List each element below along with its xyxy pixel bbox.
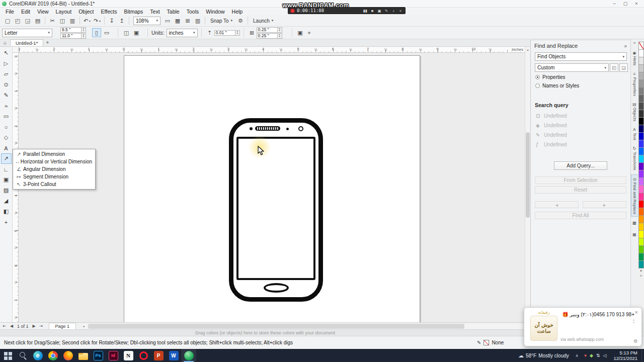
- snap-to-button[interactable]: Snap To: [207, 16, 235, 26]
- mute-icon[interactable]: ♪: [391, 9, 395, 13]
- save-query-button[interactable]: ◲: [619, 63, 628, 72]
- color-swatch[interactable]: [638, 230, 644, 238]
- ruler-origin-button[interactable]: [13, 47, 19, 53]
- previous-page-button[interactable]: ◀: [8, 324, 15, 328]
- menu-bitmaps[interactable]: Bitmaps: [120, 8, 146, 15]
- color-swatch[interactable]: [638, 208, 644, 216]
- taskbar-powerpoint-button[interactable]: P: [151, 349, 166, 362]
- duplicate-y-spinner[interactable]: [278, 33, 282, 39]
- parallel-dimension-tool[interactable]: ↗Parallel Dimension: [13, 150, 95, 158]
- color-swatch[interactable]: [638, 140, 644, 148]
- tab-hints[interactable]: ◉Hints: [631, 49, 638, 68]
- drop-shadow-tool[interactable]: ▣: [1, 174, 12, 185]
- color-swatch[interactable]: [638, 110, 644, 118]
- color-swatch[interactable]: [638, 57, 644, 65]
- taskbar-weather[interactable]: ☁ 58°F Mostly cloudy: [514, 352, 573, 359]
- tray-bandicam-icon[interactable]: ●: [584, 353, 587, 358]
- last-page-button[interactable]: ⇥: [38, 324, 45, 328]
- add-property-button[interactable]: +: [305, 28, 314, 37]
- horizontal-scrollbar[interactable]: ◂ ▸: [81, 323, 529, 329]
- polygon-tool[interactable]: ◇: [1, 132, 12, 143]
- menu-text[interactable]: Text: [146, 8, 163, 15]
- vertical-scrollbar[interactable]: ▴ ▾: [525, 47, 530, 322]
- shape-tool[interactable]: ▷: [1, 58, 12, 69]
- menu-table[interactable]: Table: [164, 8, 183, 15]
- page-height-input[interactable]: 11.0 ": [60, 33, 82, 39]
- duplicate-x-input[interactable]: 0.25 ": [257, 27, 278, 33]
- angular-dimension-tool[interactable]: ∠Angular Dimension: [13, 165, 95, 173]
- docker-collapse-icon[interactable]: »: [624, 43, 627, 49]
- color-swatch[interactable]: [638, 102, 644, 110]
- nudge-spinner[interactable]: [235, 30, 240, 36]
- color-swatch[interactable]: [638, 79, 644, 87]
- tray-expand-icon[interactable]: ∧: [573, 353, 581, 358]
- taskbar-search-button[interactable]: [15, 349, 30, 362]
- tray-network-icon[interactable]: ⇅: [596, 353, 600, 358]
- interactive-fill-tool[interactable]: ◧: [1, 206, 12, 217]
- tray-volume-icon[interactable]: ◁: [603, 353, 607, 358]
- menu-file[interactable]: File: [2, 8, 18, 15]
- export-icon[interactable]: ↥: [117, 16, 127, 26]
- duplicate-x-spinner[interactable]: [278, 27, 282, 33]
- taskbar-indesign-button[interactable]: Id: [106, 349, 121, 362]
- zoom-tool[interactable]: ⊙: [1, 79, 12, 90]
- taskbar-coreldraw-button[interactable]: [181, 349, 196, 362]
- redo-icon[interactable]: ↷▾: [92, 16, 102, 26]
- taskbar-photoshop-button[interactable]: Ps: [91, 349, 106, 362]
- menu-effects[interactable]: Effects: [97, 8, 120, 15]
- cut-icon[interactable]: ✂: [47, 16, 57, 26]
- document-palette-strip[interactable]: Drag colors (or objects) here to store t…: [0, 329, 530, 336]
- color-swatch[interactable]: [638, 64, 644, 72]
- tab-find-replace[interactable]: ◎Find and Replace: [631, 174, 638, 217]
- color-swatch[interactable]: [638, 117, 644, 125]
- color-swatch[interactable]: [638, 238, 644, 246]
- phone-drawing-camera-ring[interactable]: [298, 126, 303, 131]
- vertical-scroll-thumb[interactable]: [526, 132, 530, 218]
- no-color-swatch[interactable]: [638, 42, 644, 50]
- artistic-media-tool[interactable]: ≈: [1, 101, 12, 111]
- tab-text[interactable]: AText: [631, 125, 638, 142]
- scroll-left-icon[interactable]: ◂: [81, 324, 86, 329]
- menu-window[interactable]: Window: [202, 8, 228, 15]
- show-guidelines-icon[interactable]: ▥: [193, 16, 203, 26]
- undo-icon[interactable]: ↶▾: [82, 16, 92, 26]
- open-icon[interactable]: ◰: [13, 16, 23, 26]
- color-swatch[interactable]: [638, 170, 644, 178]
- nudge-distance-input[interactable]: 0.01 ": [214, 30, 235, 36]
- color-swatch[interactable]: [638, 260, 644, 268]
- landscape-icon[interactable]: ▭: [102, 28, 111, 37]
- tab-transform[interactable]: ↻Transform: [631, 144, 638, 172]
- page-width-input[interactable]: 8.5 ": [60, 27, 82, 33]
- show-desktop-button[interactable]: [641, 349, 644, 362]
- pause-icon[interactable]: ▮▮: [363, 9, 367, 13]
- color-swatch[interactable]: [638, 87, 644, 95]
- taskbar-file-explorer-button[interactable]: [75, 349, 91, 362]
- save-icon[interactable]: ◲: [23, 16, 33, 26]
- phone-drawing-sensor-dot[interactable]: [250, 127, 253, 130]
- taskbar-firefox-button[interactable]: [60, 349, 75, 362]
- radio-names-or-styles[interactable]: Names or Styles: [531, 82, 630, 89]
- color-swatch[interactable]: [638, 155, 644, 163]
- treat-as-filled-button[interactable]: ▣: [296, 28, 305, 37]
- segment-dimension-tool[interactable]: ↦Segment Dimension: [13, 173, 95, 180]
- color-swatch[interactable]: [638, 245, 644, 253]
- color-swatch[interactable]: [638, 49, 644, 57]
- tab-objects[interactable]: ▤Objects: [631, 100, 638, 124]
- launch-button[interactable]: Launch: [250, 16, 276, 26]
- duplicate-y-input[interactable]: 0.25 ": [257, 33, 278, 39]
- tab-color[interactable]: ▩: [631, 219, 638, 228]
- show-rulers-icon[interactable]: ▦: [173, 16, 183, 26]
- phone-drawing-speaker[interactable]: [255, 126, 280, 131]
- dimension-tool[interactable]: ↗: [1, 153, 12, 164]
- menu-tools[interactable]: Tools: [183, 8, 203, 15]
- horizontal-scroll-thumb[interactable]: [88, 324, 464, 329]
- menu-object[interactable]: Object: [75, 8, 97, 15]
- camera-icon[interactable]: ▣: [377, 9, 381, 13]
- next-page-button[interactable]: ▶: [31, 324, 38, 328]
- crop-tool[interactable]: ▱: [1, 69, 12, 79]
- open-query-button[interactable]: ◰: [610, 63, 618, 72]
- minimize-button[interactable]: –: [609, 0, 620, 7]
- scroll-up-icon[interactable]: ▴: [525, 47, 530, 52]
- palette-scroll-down-icon[interactable]: ▾: [640, 268, 642, 274]
- zoom-level-select[interactable]: 108%: [133, 17, 160, 25]
